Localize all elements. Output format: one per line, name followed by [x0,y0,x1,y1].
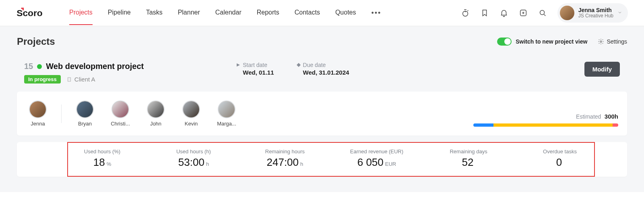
member-name: Bryan [78,121,92,127]
metric-unit: h [300,161,303,167]
toggle-switch[interactable] [497,38,512,46]
nav-quotes[interactable]: Quotes [335,1,356,25]
status-dot-icon [37,64,42,69]
nav-tasks[interactable]: Tasks [146,1,163,25]
metric-value: 52 [462,156,474,168]
nav-calendar[interactable]: Calendar [215,1,242,25]
due-date-block: Due date Wed, 31.01.2024 [297,62,349,76]
project-name: Web development project [46,62,144,71]
client-name: Client A [74,76,95,83]
estimated-label: Estimated [576,113,601,120]
svg-point-4 [600,41,602,42]
member-name: John [150,121,161,127]
progress-seg-blue [473,123,493,127]
bell-icon[interactable] [500,8,508,17]
chevron-down-icon [617,9,622,17]
nav-pipeline[interactable]: Pipeline [108,1,131,25]
diamond-icon [297,63,301,67]
progress-area: Estimated 300h [473,113,618,127]
building-icon [66,77,72,82]
client-link[interactable]: Client A [66,76,95,83]
member[interactable]: Bryan [73,100,97,127]
member[interactable]: Jenna [26,100,50,127]
settings-link[interactable]: Settings [598,38,627,45]
progress-bar [473,123,618,127]
metric-unit: EUR [385,161,396,167]
user-chip[interactable]: Jenna Smith JS Creative Hub [557,3,628,23]
member-name: Marga... [217,121,236,127]
metric-label: Earned revenue (EUR) [350,148,403,155]
progress-seg-red [613,123,618,127]
metric-used-pct: Used hours (%) 18% [76,148,128,169]
svg-text:Scoro: Scoro [17,8,43,18]
nav-planner[interactable]: Planner [178,1,200,25]
switch-view-toggle[interactable]: Switch to new project view [497,38,587,46]
metric-label: Used hours (h) [176,148,211,155]
members-card: Jenna Bryan Christi... John Kevin Marg [17,92,627,136]
start-date-block: Start date Wed, 01.11 [236,62,274,76]
settings-label: Settings [607,38,627,45]
members-row: Jenna Bryan Christi... John Kevin Marg [26,100,239,127]
svg-rect-5 [68,77,70,81]
avatar [76,100,94,118]
nav-more-icon[interactable]: ••• [372,9,382,17]
metric-label: Remaining days [450,148,487,155]
user-org: JS Creative Hub [578,13,613,19]
modify-button[interactable]: Modify [584,62,620,77]
avatar [111,100,129,118]
metrics-highlight: Used hours (%) 18% Used hours (h) 53:00h… [67,142,595,177]
member[interactable]: Kevin [179,100,203,127]
metric-remaining-h: Remaining hours 247:00h [259,148,311,169]
bookmark-icon[interactable] [480,8,489,17]
page: Projects Switch to new project view Sett… [0,26,644,192]
due-date-label: Due date [303,62,326,68]
metric-value: 6 050 [357,156,384,168]
nav-projects[interactable]: Projects [69,1,93,25]
start-date-value: Wed, 01.11 [243,69,274,76]
metric-label: Overdue tasks [543,148,577,155]
member[interactable]: Christi... [108,100,132,127]
metric-unit: h [206,161,209,167]
avatar [560,6,574,20]
metric-label: Remaining hours [265,148,305,155]
metric-value: 18 [93,156,105,168]
member[interactable]: Marga... [215,100,239,127]
metric-used-h: Used hours (h) 53:00h [167,148,220,169]
status-badge: In progress [24,75,61,84]
member-name: Kevin [185,121,198,127]
search-icon[interactable] [538,8,547,17]
page-header: Projects Switch to new project view Sett… [17,36,627,47]
metric-label: Used hours (%) [84,148,120,155]
metric-unit: % [107,161,111,167]
avatar [29,100,47,118]
nav-reports[interactable]: Reports [257,1,279,25]
logo[interactable]: Scoro [16,8,56,18]
timer-icon[interactable] [461,8,470,17]
avatar [147,100,165,118]
nav-contacts[interactable]: Contacts [295,1,320,25]
avatar [182,100,200,118]
page-title: Projects [17,36,55,47]
start-date-label: Start date [243,62,267,68]
switch-label: Switch to new project view [516,38,587,45]
metric-value: 247:00 [267,156,299,168]
metric-overdue: Overdue tasks 0 [534,148,586,169]
add-icon[interactable] [519,8,528,17]
divider [61,104,62,123]
metric-value: 0 [556,156,562,168]
user-name: Jenna Smith [578,7,613,13]
metric-value: 53:00 [178,156,204,168]
metric-revenue: Earned revenue (EUR) 6 050EUR [350,148,403,169]
project-number: 15 [24,62,33,71]
member-name: Christi... [111,121,130,127]
top-nav: Scoro Projects Pipeline Tasks Planner Ca… [0,0,644,26]
gear-icon [598,38,604,45]
play-icon [236,63,240,67]
nav-items: Projects Pipeline Tasks Planner Calendar… [69,1,381,25]
metrics-card: Used hours (%) 18% Used hours (h) 53:00h… [17,142,627,177]
svg-point-3 [540,10,544,15]
project-header: 15 Web development project In progress C… [17,55,627,84]
estimated-value: 300h [605,113,618,120]
member[interactable]: John [144,100,168,127]
due-date-value: Wed, 31.01.2024 [303,69,349,76]
